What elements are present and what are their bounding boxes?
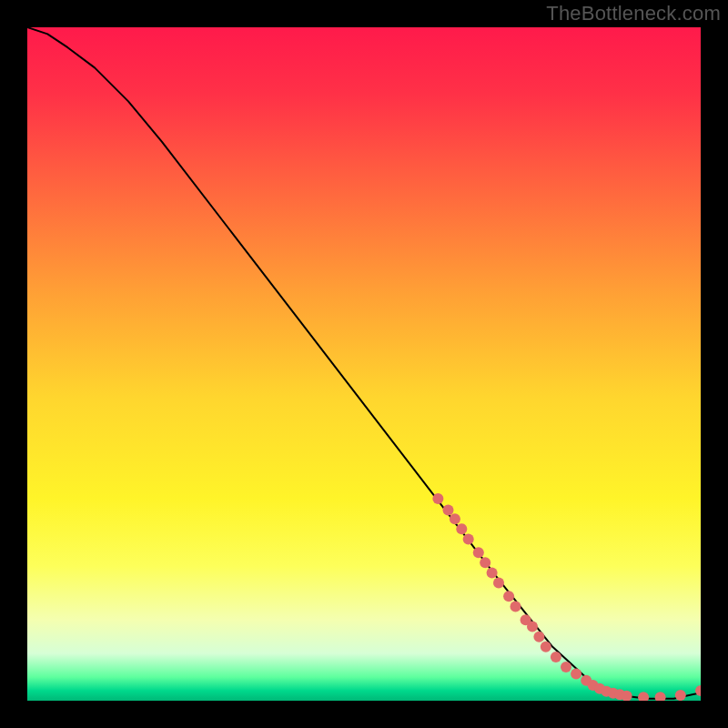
scatter-dot: [480, 557, 490, 568]
scatter-dot: [561, 662, 571, 672]
scatter-dot: [527, 622, 538, 632]
scatter-dot: [571, 668, 581, 679]
watermark-text: TheBottleneck.com: [546, 2, 721, 25]
scatter-dot: [463, 533, 474, 544]
scatter-dot: [432, 493, 443, 504]
chart-background: [27, 27, 701, 701]
chart-svg: [27, 27, 701, 701]
scatter-dot: [443, 505, 454, 516]
scatter-dot: [473, 547, 484, 558]
chart-frame: TheBottleneck.com: [0, 0, 728, 728]
scatter-dot: [533, 632, 544, 642]
scatter-dot: [493, 578, 504, 589]
scatter-dot: [511, 601, 521, 612]
scatter-dot: [503, 591, 514, 602]
scatter-dot: [450, 513, 460, 524]
plot-area: [27, 27, 701, 701]
scatter-dot: [541, 642, 551, 652]
scatter-dot: [487, 567, 498, 578]
scatter-dot: [551, 652, 561, 662]
scatter-dot: [456, 523, 467, 534]
scatter-dot: [675, 690, 686, 701]
